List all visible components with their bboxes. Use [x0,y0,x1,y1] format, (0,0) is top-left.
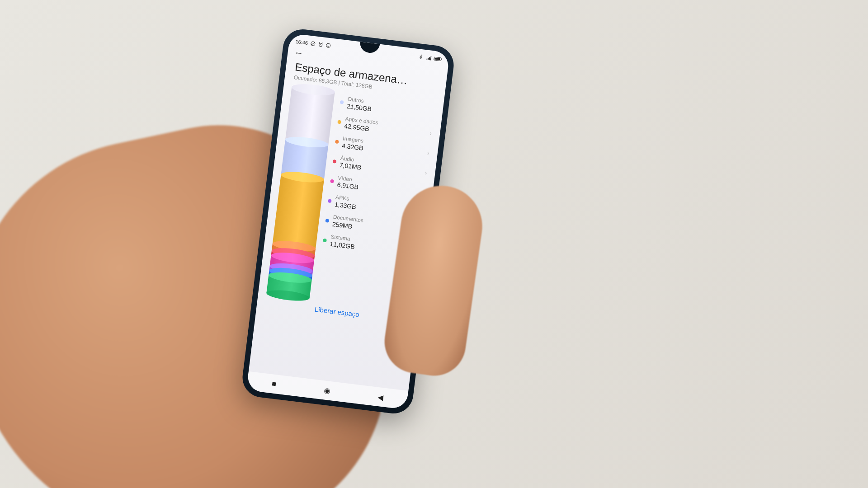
svg-line-1 [311,42,315,45]
dnd-icon [310,41,316,47]
status-right [418,54,443,62]
legend-text: APKs1,33GB [334,195,357,211]
cylinder-segment-apps-e-dados [273,174,324,249]
status-time: 16:46 [295,39,308,46]
svg-rect-9 [441,59,442,60]
status-left: 16:46 [295,39,331,48]
chevron-right-icon: › [429,129,433,136]
legend-text: Áudio7,01MB [339,155,363,172]
alarm-icon [317,42,323,47]
photo-scene: 16:46 [0,0,868,488]
nav-home-button[interactable]: ◉ [322,385,333,396]
signal-icon [426,55,432,61]
legend-dot-icon [340,100,344,104]
legend-text: Imagens4,32GB [341,136,364,151]
legend-text: Documentos259MB [332,214,364,231]
nav-back-button[interactable]: ◀ [375,391,387,403]
legend-text: Vídeo6,91GB [337,175,360,191]
back-button[interactable]: ← [293,47,304,59]
legend-text: Sistema11,02GB [330,234,356,250]
legend-dot-icon [335,140,339,144]
whatsapp-icon [325,42,331,48]
svg-point-6 [326,43,330,48]
legend-dot-icon [328,199,332,203]
svg-line-4 [319,42,320,43]
chevron-right-icon: › [427,149,430,156]
legend-dot-icon [337,120,341,124]
chevron-right-icon: › [425,169,428,176]
battery-icon [434,56,443,62]
legend-dot-icon [323,238,327,242]
nav-recent-button[interactable]: ■ [269,378,280,389]
svg-rect-8 [434,58,440,60]
legend-dot-icon [330,179,334,183]
legend-dot-icon [332,160,336,164]
bluetooth-icon [418,54,424,60]
svg-line-5 [322,42,323,43]
cylinder-segment-livre [285,87,335,145]
legend-dot-icon [325,219,329,223]
cylinder-segment-sistema [266,275,311,298]
legend-text: Apps e dados42,95GB [344,116,378,133]
legend-text: Outros21,50GB [346,96,373,113]
